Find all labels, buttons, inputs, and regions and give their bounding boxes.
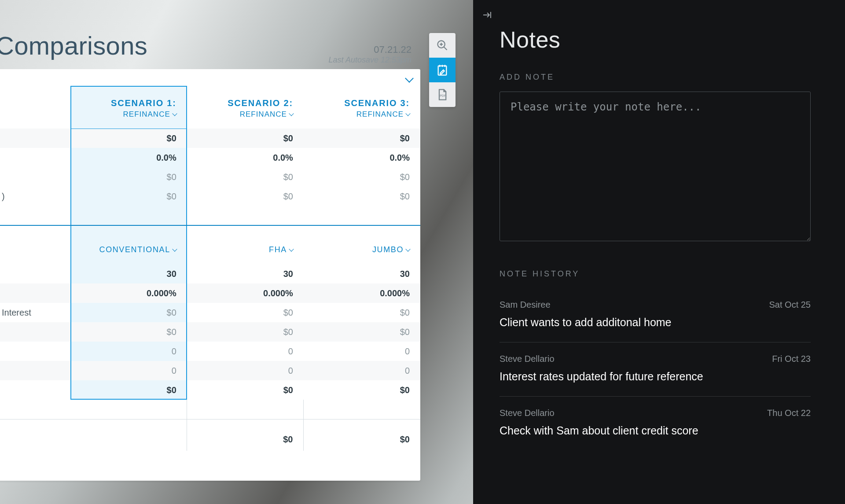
scenario-1-header[interactable]: SCENARIO 1: REFINANCE xyxy=(70,86,187,129)
note-text: Client wants to add additonal home xyxy=(500,316,811,329)
comparisons-pane: Comparisons 07.21.22 Last Autosave 12:53… xyxy=(0,0,473,504)
zoom-button[interactable] xyxy=(429,33,456,58)
notepad-icon xyxy=(436,64,448,76)
note-date: Thu Oct 22 xyxy=(767,408,811,418)
table-row: 0.0%0.0%0.0% xyxy=(0,148,420,167)
table-row: $0$0$0 xyxy=(0,322,420,342)
note-author: Sam Desiree xyxy=(500,300,551,310)
note-input[interactable] xyxy=(500,92,811,241)
compare-row: o Scenario 1) $0 $0 xyxy=(0,419,420,451)
note-item[interactable]: Steve DellarioFri Oct 23Interest rates u… xyxy=(500,342,811,397)
note-item[interactable]: Sam DesireeSat Oct 25Client wants to add… xyxy=(500,288,811,342)
autosave-text: Last Autosave 12:53pm xyxy=(329,55,411,65)
table-row: 000 xyxy=(0,361,420,380)
svg-line-1 xyxy=(444,47,447,50)
loan-type-2[interactable]: FHA xyxy=(187,225,304,264)
table-row: $0$0$0 xyxy=(0,129,420,148)
note-author: Steve Dellario xyxy=(500,354,555,364)
scenario-2-header[interactable]: SCENARIO 2: REFINANCE xyxy=(187,86,304,129)
meta-block: 07.21.22 Last Autosave 12:53pm xyxy=(329,44,411,65)
table-row: )$0$0$0 xyxy=(0,187,420,206)
table-row: 303030 xyxy=(0,264,420,283)
note-text: Interest rates updated for future refere… xyxy=(500,370,811,383)
note-history-label: NOTE HISTORY xyxy=(500,269,811,279)
collapse-right-icon xyxy=(482,10,492,20)
scenario-3-header[interactable]: SCENARIO 3: REFINANCE xyxy=(304,86,420,129)
chevron-down-icon xyxy=(289,111,294,116)
note-date: Sat Oct 25 xyxy=(769,300,811,310)
chevron-down-icon xyxy=(172,246,177,251)
page-date: 07.21.22 xyxy=(329,44,411,55)
pdf-button[interactable]: PDF xyxy=(429,82,456,107)
side-toolbar: PDF xyxy=(429,33,456,107)
magnify-plus-icon xyxy=(436,39,448,52)
loan-type-3[interactable]: JUMBO xyxy=(304,225,420,264)
note-author: Steve Dellario xyxy=(500,408,555,418)
notes-drawer: Notes ADD NOTE NOTE HISTORY Sam DesireeS… xyxy=(473,0,845,504)
table-row: 0.000%0.000%0.000% xyxy=(0,283,420,303)
loan-type-1[interactable]: CONVENTIONAL xyxy=(70,225,187,264)
notes-button[interactable] xyxy=(429,58,456,82)
note-date: Fri Oct 23 xyxy=(772,354,811,364)
table-row: $0$0$0 xyxy=(0,380,420,400)
collapse-chevron-icon[interactable] xyxy=(405,74,414,83)
add-note-label: ADD NOTE xyxy=(500,73,811,82)
chevron-down-icon xyxy=(289,246,294,251)
scenario-header-row: SCENARIO 1: REFINANCE SCENARIO 2: REFINA… xyxy=(0,86,420,129)
table-row: 000 xyxy=(0,342,420,361)
note-text: Check with Sam about client credit score xyxy=(500,424,811,437)
comparison-card: SCENARIO 1: REFINANCE SCENARIO 2: REFINA… xyxy=(0,69,420,481)
table-row: $0$0$0 xyxy=(0,167,420,187)
notes-title: Notes xyxy=(500,26,811,53)
collapse-drawer-button[interactable] xyxy=(482,10,492,22)
chevron-down-icon xyxy=(405,111,410,116)
chevron-down-icon xyxy=(405,246,410,251)
svg-text:PDF: PDF xyxy=(440,94,446,97)
pdf-icon: PDF xyxy=(436,88,448,101)
loan-type-row: CONVENTIONAL FHA JUMBO xyxy=(0,225,420,264)
chevron-down-icon xyxy=(172,111,177,116)
table-row: Interest$0$0$0 xyxy=(0,303,420,322)
note-item[interactable]: Steve DellarioThu Oct 22Check with Sam a… xyxy=(500,397,811,450)
comparison-table: SCENARIO 1: REFINANCE SCENARIO 2: REFINA… xyxy=(0,86,420,451)
